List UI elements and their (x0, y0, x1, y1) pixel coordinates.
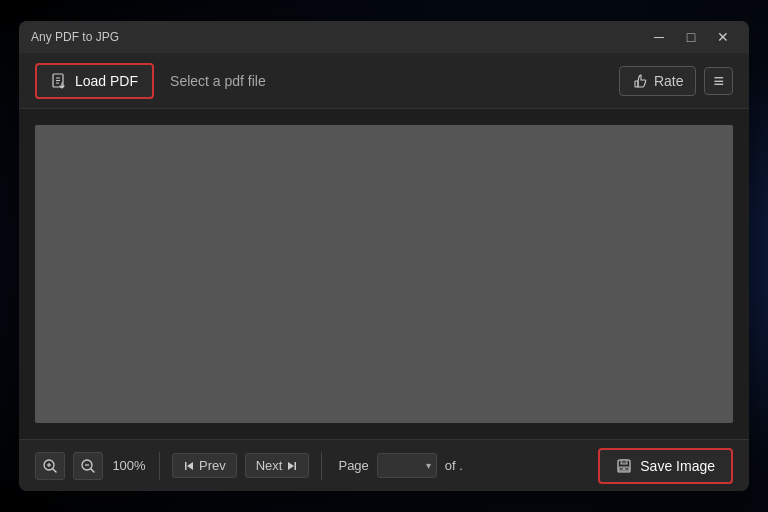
toolbar-right: Rate ≡ (619, 66, 733, 96)
zoom-in-button[interactable] (35, 452, 65, 480)
rate-button[interactable]: Rate (619, 66, 697, 96)
rate-label: Rate (654, 73, 684, 89)
app-window: Any PDF to JPG ─ □ ✕ Load PDF Select a p… (19, 21, 749, 491)
window-controls: ─ □ ✕ (645, 27, 737, 47)
prev-button[interactable]: Prev (172, 453, 237, 478)
prev-icon (183, 460, 195, 472)
save-image-button[interactable]: Save Image (598, 448, 733, 484)
main-content (19, 109, 749, 439)
close-button[interactable]: ✕ (709, 27, 737, 47)
svg-rect-18 (621, 460, 627, 464)
minimize-button[interactable]: ─ (645, 27, 673, 47)
next-icon (286, 460, 298, 472)
svg-line-6 (53, 469, 56, 472)
page-select[interactable] (377, 453, 437, 478)
load-pdf-button[interactable]: Load PDF (35, 63, 154, 99)
menu-button[interactable]: ≡ (704, 67, 733, 95)
svg-line-10 (91, 469, 94, 472)
toolbar: Load PDF Select a pdf file Rate ≡ (19, 53, 749, 109)
select-pdf-hint: Select a pdf file (170, 73, 266, 89)
load-pdf-label: Load PDF (75, 73, 138, 89)
page-label: Page (338, 458, 368, 473)
svg-marker-14 (187, 462, 193, 470)
separator-1 (159, 452, 160, 480)
next-button[interactable]: Next (245, 453, 310, 478)
separator-2 (321, 452, 322, 480)
svg-marker-16 (288, 462, 294, 470)
next-label: Next (256, 458, 283, 473)
bottom-toolbar: 100% Prev Next Page of . (19, 439, 749, 491)
svg-rect-15 (295, 462, 297, 470)
zoom-out-icon (80, 458, 96, 474)
pdf-preview-area (35, 125, 733, 423)
thumbs-up-icon (632, 73, 648, 89)
app-title: Any PDF to JPG (31, 30, 119, 44)
zoom-out-button[interactable] (73, 452, 103, 480)
svg-rect-13 (185, 462, 187, 470)
save-icon (616, 458, 632, 474)
svg-rect-4 (635, 81, 638, 87)
zoom-level: 100% (111, 458, 147, 473)
load-pdf-icon (51, 73, 67, 89)
prev-label: Prev (199, 458, 226, 473)
title-bar: Any PDF to JPG ─ □ ✕ (19, 21, 749, 53)
zoom-in-icon (42, 458, 58, 474)
page-select-wrap (377, 453, 437, 478)
of-label: of . (445, 458, 463, 473)
save-image-label: Save Image (640, 458, 715, 474)
maximize-button[interactable]: □ (677, 27, 705, 47)
